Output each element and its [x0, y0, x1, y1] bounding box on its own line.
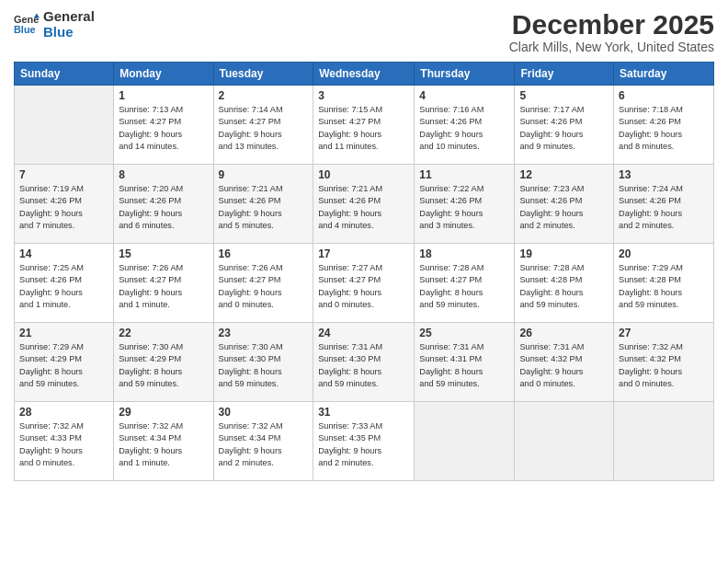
header-row: SundayMondayTuesdayWednesdayThursdayFrid… [15, 63, 714, 86]
calendar-cell: 23Sunrise: 7:30 AM Sunset: 4:30 PM Dayli… [213, 323, 313, 402]
day-number: 21 [19, 327, 108, 339]
day-info: Sunrise: 7:26 AM Sunset: 4:27 PM Dayligh… [119, 262, 208, 311]
header-day: Saturday [614, 63, 714, 86]
calendar-cell: 29Sunrise: 7:32 AM Sunset: 4:34 PM Dayli… [114, 402, 213, 481]
calendar-cell: 5Sunrise: 7:17 AM Sunset: 4:26 PM Daylig… [515, 86, 614, 165]
calendar-body: 1Sunrise: 7:13 AM Sunset: 4:27 PM Daylig… [15, 86, 714, 481]
day-number: 15 [119, 247, 208, 260]
day-number: 1 [119, 89, 208, 102]
calendar-week: 7Sunrise: 7:19 AM Sunset: 4:26 PM Daylig… [15, 165, 714, 244]
calendar-cell: 6Sunrise: 7:18 AM Sunset: 4:26 PM Daylig… [614, 86, 714, 165]
day-number: 28 [19, 406, 108, 419]
day-number: 23 [219, 327, 309, 339]
calendar-cell: 30Sunrise: 7:32 AM Sunset: 4:34 PM Dayli… [213, 402, 313, 481]
day-info: Sunrise: 7:25 AM Sunset: 4:26 PM Dayligh… [19, 262, 108, 311]
calendar-cell: 19Sunrise: 7:28 AM Sunset: 4:28 PM Dayli… [515, 244, 614, 323]
day-number: 16 [219, 247, 309, 260]
day-info: Sunrise: 7:14 AM Sunset: 4:27 PM Dayligh… [219, 104, 309, 153]
day-number: 26 [519, 327, 609, 339]
calendar-cell: 11Sunrise: 7:22 AM Sunset: 4:26 PM Dayli… [415, 165, 515, 244]
page: General Blue General Blue December 2025 … [0, 0, 728, 563]
calendar-cell: 25Sunrise: 7:31 AM Sunset: 4:31 PM Dayli… [415, 323, 515, 402]
calendar-week: 14Sunrise: 7:25 AM Sunset: 4:26 PM Dayli… [15, 244, 714, 323]
day-info: Sunrise: 7:21 AM Sunset: 4:26 PM Dayligh… [219, 183, 309, 232]
main-title: December 2025 [509, 9, 714, 40]
calendar-cell: 21Sunrise: 7:29 AM Sunset: 4:29 PM Dayli… [15, 323, 114, 402]
day-number: 29 [119, 406, 208, 419]
calendar: SundayMondayTuesdayWednesdayThursdayFrid… [14, 62, 714, 481]
header-day: Wednesday [313, 63, 415, 86]
header-day: Sunday [15, 63, 114, 86]
calendar-cell: 13Sunrise: 7:24 AM Sunset: 4:26 PM Dayli… [614, 165, 714, 244]
day-number: 31 [318, 406, 409, 419]
calendar-cell: 20Sunrise: 7:29 AM Sunset: 4:28 PM Dayli… [614, 244, 714, 323]
day-info: Sunrise: 7:22 AM Sunset: 4:26 PM Dayligh… [419, 183, 509, 232]
day-number: 13 [619, 168, 709, 181]
day-info: Sunrise: 7:13 AM Sunset: 4:27 PM Dayligh… [119, 104, 208, 153]
day-number: 25 [419, 327, 509, 339]
calendar-cell: 8Sunrise: 7:20 AM Sunset: 4:26 PM Daylig… [114, 165, 213, 244]
day-number: 27 [619, 327, 709, 339]
day-number: 5 [519, 89, 609, 102]
calendar-cell: 9Sunrise: 7:21 AM Sunset: 4:26 PM Daylig… [213, 165, 313, 244]
calendar-cell: 17Sunrise: 7:27 AM Sunset: 4:27 PM Dayli… [313, 244, 415, 323]
day-number: 3 [318, 89, 409, 102]
svg-text:Blue: Blue [14, 24, 36, 35]
day-number: 20 [619, 247, 709, 260]
day-info: Sunrise: 7:30 AM Sunset: 4:30 PM Dayligh… [219, 341, 309, 390]
day-number: 14 [19, 247, 108, 260]
calendar-cell: 16Sunrise: 7:26 AM Sunset: 4:27 PM Dayli… [213, 244, 313, 323]
day-number: 18 [419, 247, 509, 260]
day-info: Sunrise: 7:28 AM Sunset: 4:28 PM Dayligh… [519, 262, 609, 311]
calendar-cell: 2Sunrise: 7:14 AM Sunset: 4:27 PM Daylig… [213, 86, 313, 165]
day-info: Sunrise: 7:21 AM Sunset: 4:26 PM Dayligh… [318, 183, 409, 232]
day-info: Sunrise: 7:27 AM Sunset: 4:27 PM Dayligh… [318, 262, 409, 311]
calendar-cell: 24Sunrise: 7:31 AM Sunset: 4:30 PM Dayli… [313, 323, 415, 402]
calendar-cell: 1Sunrise: 7:13 AM Sunset: 4:27 PM Daylig… [114, 86, 213, 165]
day-info: Sunrise: 7:31 AM Sunset: 4:30 PM Dayligh… [318, 341, 409, 390]
day-info: Sunrise: 7:23 AM Sunset: 4:26 PM Dayligh… [519, 183, 609, 232]
day-number: 30 [219, 406, 309, 419]
day-number: 4 [419, 89, 509, 102]
calendar-cell: 18Sunrise: 7:28 AM Sunset: 4:27 PM Dayli… [415, 244, 515, 323]
day-number: 9 [219, 168, 309, 181]
day-info: Sunrise: 7:16 AM Sunset: 4:26 PM Dayligh… [419, 104, 509, 153]
header-day: Thursday [415, 63, 515, 86]
day-number: 19 [519, 247, 609, 260]
day-number: 24 [318, 327, 409, 339]
day-info: Sunrise: 7:32 AM Sunset: 4:34 PM Dayligh… [219, 420, 309, 469]
calendar-week: 28Sunrise: 7:32 AM Sunset: 4:33 PM Dayli… [15, 402, 714, 481]
calendar-cell: 7Sunrise: 7:19 AM Sunset: 4:26 PM Daylig… [15, 165, 114, 244]
calendar-cell: 28Sunrise: 7:32 AM Sunset: 4:33 PM Dayli… [15, 402, 114, 481]
day-number: 7 [19, 168, 108, 181]
calendar-cell: 26Sunrise: 7:31 AM Sunset: 4:32 PM Dayli… [515, 323, 614, 402]
calendar-week: 21Sunrise: 7:29 AM Sunset: 4:29 PM Dayli… [15, 323, 714, 402]
subtitle: Clark Mills, New York, United States [509, 40, 714, 54]
calendar-cell [15, 86, 114, 165]
calendar-cell: 15Sunrise: 7:26 AM Sunset: 4:27 PM Dayli… [114, 244, 213, 323]
calendar-header: SundayMondayTuesdayWednesdayThursdayFrid… [15, 63, 714, 86]
calendar-cell: 31Sunrise: 7:33 AM Sunset: 4:35 PM Dayli… [313, 402, 415, 481]
day-info: Sunrise: 7:15 AM Sunset: 4:27 PM Dayligh… [318, 104, 409, 153]
day-info: Sunrise: 7:31 AM Sunset: 4:32 PM Dayligh… [519, 341, 609, 390]
header: General Blue General Blue December 2025 … [14, 9, 714, 54]
day-info: Sunrise: 7:17 AM Sunset: 4:26 PM Dayligh… [519, 104, 609, 153]
calendar-week: 1Sunrise: 7:13 AM Sunset: 4:27 PM Daylig… [15, 86, 714, 165]
calendar-cell: 14Sunrise: 7:25 AM Sunset: 4:26 PM Dayli… [15, 244, 114, 323]
day-info: Sunrise: 7:28 AM Sunset: 4:27 PM Dayligh… [419, 262, 509, 311]
day-info: Sunrise: 7:33 AM Sunset: 4:35 PM Dayligh… [318, 420, 409, 469]
calendar-cell: 27Sunrise: 7:32 AM Sunset: 4:32 PM Dayli… [614, 323, 714, 402]
day-info: Sunrise: 7:29 AM Sunset: 4:29 PM Dayligh… [19, 341, 108, 390]
day-info: Sunrise: 7:32 AM Sunset: 4:32 PM Dayligh… [619, 341, 709, 390]
day-info: Sunrise: 7:31 AM Sunset: 4:31 PM Dayligh… [419, 341, 509, 390]
day-number: 17 [318, 247, 409, 260]
logo-line1: General [43, 9, 95, 25]
logo-line2: Blue [43, 25, 95, 40]
header-day: Friday [515, 63, 614, 86]
calendar-cell [415, 402, 515, 481]
header-day: Monday [114, 63, 213, 86]
logo: General Blue General Blue [14, 9, 95, 40]
calendar-cell [515, 402, 614, 481]
day-info: Sunrise: 7:26 AM Sunset: 4:27 PM Dayligh… [219, 262, 309, 311]
calendar-cell: 3Sunrise: 7:15 AM Sunset: 4:27 PM Daylig… [313, 86, 415, 165]
